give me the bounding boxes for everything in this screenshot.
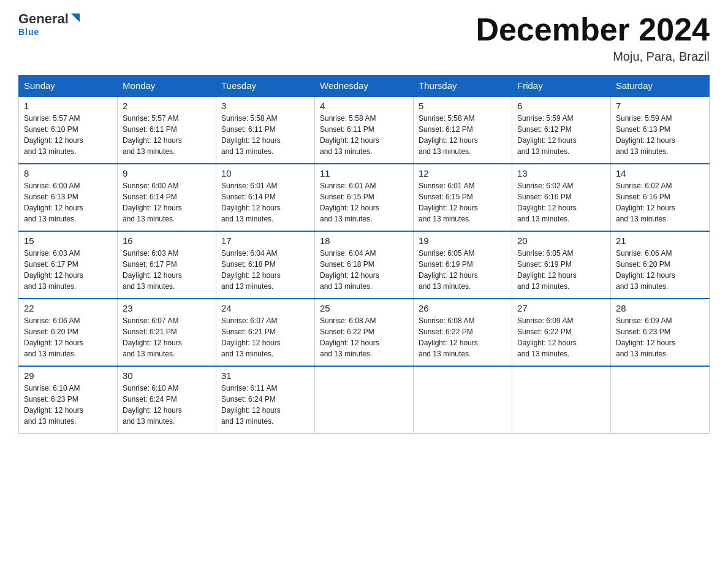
calendar-cell: 14Sunrise: 6:02 AMSunset: 6:16 PMDayligh…	[611, 164, 710, 231]
calendar-cell: 1Sunrise: 5:57 AMSunset: 6:10 PMDaylight…	[19, 96, 118, 164]
weekday-header-row: SundayMondayTuesdayWednesdayThursdayFrid…	[19, 75, 710, 97]
week-row-4: 22Sunrise: 6:06 AMSunset: 6:20 PMDayligh…	[19, 299, 710, 366]
day-info: Sunrise: 6:02 AMSunset: 6:16 PMDaylight:…	[616, 180, 704, 224]
calendar-cell: 9Sunrise: 6:00 AMSunset: 6:14 PMDaylight…	[118, 164, 216, 231]
day-info: Sunrise: 5:59 AMSunset: 6:12 PMDaylight:…	[517, 113, 605, 157]
day-info: Sunrise: 6:10 AMSunset: 6:24 PMDaylight:…	[123, 383, 211, 427]
weekday-header-tuesday: Tuesday	[216, 75, 315, 97]
day-info: Sunrise: 6:05 AMSunset: 6:19 PMDaylight:…	[517, 248, 605, 292]
svg-marker-0	[71, 13, 80, 22]
day-number: 17	[221, 236, 309, 246]
calendar-cell: 25Sunrise: 6:08 AMSunset: 6:22 PMDayligh…	[315, 299, 414, 366]
calendar-cell: 26Sunrise: 6:08 AMSunset: 6:22 PMDayligh…	[414, 299, 512, 366]
day-info: Sunrise: 6:08 AMSunset: 6:22 PMDaylight:…	[419, 315, 507, 359]
day-info: Sunrise: 6:10 AMSunset: 6:23 PMDaylight:…	[24, 383, 112, 427]
day-info: Sunrise: 6:04 AMSunset: 6:18 PMDaylight:…	[221, 248, 309, 292]
weekday-header-friday: Friday	[512, 75, 611, 97]
week-row-3: 15Sunrise: 6:03 AMSunset: 6:17 PMDayligh…	[19, 231, 710, 299]
day-info: Sunrise: 6:00 AMSunset: 6:13 PMDaylight:…	[24, 180, 112, 224]
weekday-header-thursday: Thursday	[414, 75, 512, 97]
calendar-cell: 7Sunrise: 5:59 AMSunset: 6:13 PMDaylight…	[611, 96, 710, 164]
weekday-header-wednesday: Wednesday	[315, 75, 414, 97]
day-number: 16	[123, 236, 211, 246]
day-number: 5	[419, 101, 507, 111]
day-info: Sunrise: 6:02 AMSunset: 6:16 PMDaylight:…	[517, 180, 605, 224]
day-number: 29	[24, 370, 112, 381]
day-info: Sunrise: 6:01 AMSunset: 6:15 PMDaylight:…	[419, 180, 507, 224]
calendar-title: December 2024	[476, 12, 710, 47]
day-number: 28	[616, 303, 704, 313]
day-info: Sunrise: 6:01 AMSunset: 6:15 PMDaylight:…	[320, 180, 408, 224]
calendar-cell: 18Sunrise: 6:04 AMSunset: 6:18 PMDayligh…	[315, 231, 414, 299]
day-number: 6	[517, 101, 605, 111]
day-number: 25	[320, 303, 408, 313]
day-number: 10	[221, 168, 309, 178]
day-number: 21	[616, 236, 704, 246]
calendar-cell	[512, 366, 611, 434]
day-info: Sunrise: 6:04 AMSunset: 6:18 PMDaylight:…	[320, 248, 408, 292]
calendar-cell: 28Sunrise: 6:09 AMSunset: 6:23 PMDayligh…	[611, 299, 710, 366]
day-number: 14	[616, 168, 704, 178]
title-area: December 2024 Moju, Para, Brazil	[476, 12, 710, 64]
calendar-cell: 15Sunrise: 6:03 AMSunset: 6:17 PMDayligh…	[19, 231, 118, 299]
day-number: 18	[320, 236, 408, 246]
day-info: Sunrise: 6:09 AMSunset: 6:23 PMDaylight:…	[616, 315, 704, 359]
calendar-cell: 3Sunrise: 5:58 AMSunset: 6:11 PMDaylight…	[216, 96, 315, 164]
day-info: Sunrise: 6:06 AMSunset: 6:20 PMDaylight:…	[616, 248, 704, 292]
weekday-header-monday: Monday	[118, 75, 216, 97]
day-number: 9	[123, 168, 211, 178]
day-number: 23	[123, 303, 211, 313]
day-number: 13	[517, 168, 605, 178]
calendar-cell: 5Sunrise: 5:58 AMSunset: 6:12 PMDaylight…	[414, 96, 512, 164]
calendar-cell: 23Sunrise: 6:07 AMSunset: 6:21 PMDayligh…	[118, 299, 216, 366]
calendar-cell: 10Sunrise: 6:01 AMSunset: 6:14 PMDayligh…	[216, 164, 315, 231]
calendar-cell: 11Sunrise: 6:01 AMSunset: 6:15 PMDayligh…	[315, 164, 414, 231]
calendar-cell: 4Sunrise: 5:58 AMSunset: 6:11 PMDaylight…	[315, 96, 414, 164]
weekday-header-sunday: Sunday	[19, 75, 118, 97]
day-info: Sunrise: 5:58 AMSunset: 6:11 PMDaylight:…	[221, 113, 309, 157]
day-number: 30	[123, 370, 211, 381]
logo-blue-label: Blue	[18, 27, 39, 37]
calendar-cell: 17Sunrise: 6:04 AMSunset: 6:18 PMDayligh…	[216, 231, 315, 299]
calendar-cell: 30Sunrise: 6:10 AMSunset: 6:24 PMDayligh…	[118, 366, 216, 434]
day-info: Sunrise: 6:09 AMSunset: 6:22 PMDaylight:…	[517, 315, 605, 359]
calendar-cell: 16Sunrise: 6:03 AMSunset: 6:17 PMDayligh…	[118, 231, 216, 299]
calendar-subtitle: Moju, Para, Brazil	[476, 50, 710, 64]
day-number: 15	[24, 236, 112, 246]
calendar-cell: 24Sunrise: 6:07 AMSunset: 6:21 PMDayligh…	[216, 299, 315, 366]
day-number: 20	[517, 236, 605, 246]
weekday-header-saturday: Saturday	[611, 75, 710, 97]
day-info: Sunrise: 6:00 AMSunset: 6:14 PMDaylight:…	[123, 180, 211, 224]
day-info: Sunrise: 6:05 AMSunset: 6:19 PMDaylight:…	[419, 248, 507, 292]
day-number: 1	[24, 101, 112, 111]
week-row-1: 1Sunrise: 5:57 AMSunset: 6:10 PMDaylight…	[19, 96, 710, 164]
calendar-cell	[414, 366, 512, 434]
day-number: 4	[320, 101, 408, 111]
calendar-cell: 27Sunrise: 6:09 AMSunset: 6:22 PMDayligh…	[512, 299, 611, 366]
day-info: Sunrise: 6:03 AMSunset: 6:17 PMDaylight:…	[24, 248, 112, 292]
day-number: 31	[221, 370, 309, 381]
day-number: 19	[419, 236, 507, 246]
calendar-cell: 12Sunrise: 6:01 AMSunset: 6:15 PMDayligh…	[414, 164, 512, 231]
day-number: 26	[419, 303, 507, 313]
day-number: 12	[419, 168, 507, 178]
day-info: Sunrise: 6:07 AMSunset: 6:21 PMDaylight:…	[221, 315, 309, 359]
day-number: 7	[616, 101, 704, 111]
calendar-cell: 2Sunrise: 5:57 AMSunset: 6:11 PMDaylight…	[118, 96, 216, 164]
day-info: Sunrise: 6:07 AMSunset: 6:21 PMDaylight:…	[123, 315, 211, 359]
day-number: 11	[320, 168, 408, 178]
day-info: Sunrise: 6:06 AMSunset: 6:20 PMDaylight:…	[24, 315, 112, 359]
calendar-cell	[315, 366, 414, 434]
calendar-cell: 21Sunrise: 6:06 AMSunset: 6:20 PMDayligh…	[611, 231, 710, 299]
day-info: Sunrise: 5:58 AMSunset: 6:11 PMDaylight:…	[320, 113, 408, 157]
day-info: Sunrise: 5:58 AMSunset: 6:12 PMDaylight:…	[419, 113, 507, 157]
week-row-5: 29Sunrise: 6:10 AMSunset: 6:23 PMDayligh…	[19, 366, 710, 434]
calendar-cell	[611, 366, 710, 434]
day-info: Sunrise: 5:57 AMSunset: 6:10 PMDaylight:…	[24, 113, 112, 157]
calendar-cell: 20Sunrise: 6:05 AMSunset: 6:19 PMDayligh…	[512, 231, 611, 299]
calendar-cell: 29Sunrise: 6:10 AMSunset: 6:23 PMDayligh…	[19, 366, 118, 434]
calendar-cell: 19Sunrise: 6:05 AMSunset: 6:19 PMDayligh…	[414, 231, 512, 299]
day-info: Sunrise: 6:03 AMSunset: 6:17 PMDaylight:…	[123, 248, 211, 292]
day-number: 22	[24, 303, 112, 313]
calendar-cell: 13Sunrise: 6:02 AMSunset: 6:16 PMDayligh…	[512, 164, 611, 231]
